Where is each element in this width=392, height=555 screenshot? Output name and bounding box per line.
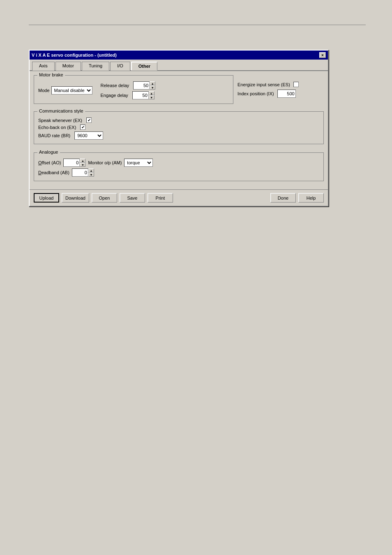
motor-brake-content: Mode Manual disable Release delay 50 <box>38 81 229 99</box>
baud-row: BAUD rate (BR) 9600 19200 38400 57600 11… <box>38 131 319 140</box>
engage-delay-down[interactable]: ▼ <box>149 95 154 99</box>
engage-delay-row: Engage delay 50 ▲ ▼ <box>101 91 156 99</box>
download-button[interactable]: Download <box>62 193 89 203</box>
release-delay-spin-buttons: ▲ ▼ <box>150 81 155 90</box>
release-delay-up[interactable]: ▲ <box>150 81 155 85</box>
comms-content: Speak whenever (EX) Echo-back on (EX) BA… <box>38 117 319 140</box>
engage-delay-input[interactable]: 50 <box>132 91 149 99</box>
motor-brake-title: Motor brake <box>37 72 65 77</box>
release-delay-input[interactable]: 50 <box>133 81 150 90</box>
right-options-panel: Energize input sense (ES) Index position… <box>238 75 324 108</box>
tab-motor[interactable]: Motor <box>55 62 81 71</box>
monitor-select[interactable]: torque velocity position <box>124 159 153 167</box>
main-window: V i X A E servo configuration - (untitle… <box>29 50 329 207</box>
release-delay-label: Release delay <box>101 83 129 88</box>
monitor-label: Monitor o/p (AM) <box>88 160 122 165</box>
offset-down[interactable]: ▼ <box>80 163 85 167</box>
index-label: Index position (IX) <box>238 91 274 96</box>
offset-spin-buttons: ▲ ▼ <box>80 159 85 167</box>
tab-bar: Axis Motor Tuning I/O Other <box>30 60 328 71</box>
engage-delay-spin-buttons: ▲ ▼ <box>149 91 154 99</box>
tab-io[interactable]: I/O <box>110 62 130 71</box>
offset-input[interactable] <box>63 159 80 167</box>
close-button[interactable]: × <box>319 52 326 58</box>
offset-label: Offset (AO) <box>38 160 61 165</box>
offset-row: Offset (AO) ▲ ▼ Monitor o/p (AM) torque … <box>38 159 319 167</box>
energize-label: Energize input sense (ES) <box>238 82 290 87</box>
energize-row: Energize input sense (ES) <box>238 82 324 87</box>
motor-brake-group: Motor brake Mode Manual disable Release … <box>34 75 233 104</box>
spacer <box>34 148 324 152</box>
speak-checkbox[interactable] <box>86 117 92 123</box>
energize-checkbox[interactable] <box>293 82 299 87</box>
deadband-spinner: ▲ ▼ <box>72 168 94 177</box>
tab-other[interactable]: Other <box>131 62 157 71</box>
baud-label: BAUD rate (BR) <box>38 133 70 138</box>
save-button[interactable]: Save <box>120 193 145 203</box>
release-delay-spinner: 50 ▲ ▼ <box>133 81 155 90</box>
content-area: Motor brake Mode Manual disable Release … <box>30 71 328 189</box>
mode-row: Mode Manual disable <box>38 86 92 94</box>
speak-label: Speak whenever (EX) <box>38 118 82 123</box>
top-section: Motor brake Mode Manual disable Release … <box>34 75 324 108</box>
mode-select[interactable]: Manual disable <box>51 86 92 94</box>
upload-button[interactable]: Upload <box>34 193 59 203</box>
index-row: Index position (IX) 500 <box>238 90 324 98</box>
comms-group: Communications style Speak whenever (EX)… <box>34 111 324 144</box>
offset-spinner: ▲ ▼ <box>63 159 85 167</box>
open-button[interactable]: Open <box>92 193 117 203</box>
release-delay-row: Release delay 50 ▲ ▼ <box>101 81 156 90</box>
print-button[interactable]: Print <box>148 193 173 203</box>
echo-row: Echo-back on (EX) <box>38 124 319 130</box>
title-bar: V i X A E servo configuration - (untitle… <box>30 51 328 60</box>
tab-axis[interactable]: Axis <box>32 62 55 71</box>
baud-select[interactable]: 9600 19200 38400 57600 115200 <box>74 131 103 140</box>
echo-checkbox[interactable] <box>80 124 85 130</box>
page-background: V i X A E servo configuration - (untitle… <box>0 0 392 555</box>
engage-delay-up[interactable]: ▲ <box>149 91 154 95</box>
index-input[interactable]: 500 <box>277 90 296 98</box>
offset-up[interactable]: ▲ <box>80 159 85 163</box>
analogue-title: Analogue <box>37 150 60 154</box>
deadband-spin-buttons: ▲ ▼ <box>88 168 94 177</box>
deadband-up[interactable]: ▲ <box>88 168 94 173</box>
button-bar: Upload Download Open Save Print Done Hel… <box>30 189 328 206</box>
deadband-down[interactable]: ▼ <box>88 173 94 177</box>
mode-label: Mode <box>38 88 50 93</box>
done-button[interactable]: Done <box>270 193 296 203</box>
help-button[interactable]: Help <box>298 193 324 203</box>
window-title: V i X A E servo configuration - (untitle… <box>32 53 117 58</box>
deadband-label: Deadband (AB) <box>38 170 69 175</box>
engage-delay-label: Engage delay <box>101 93 128 98</box>
speak-row: Speak whenever (EX) <box>38 117 319 123</box>
delay-section: Release delay 50 ▲ ▼ Eng <box>101 81 156 99</box>
analogue-content: Offset (AO) ▲ ▼ Monitor o/p (AM) torque … <box>38 159 319 177</box>
deadband-input[interactable] <box>72 168 88 177</box>
deadband-row: Deadband (AB) ▲ ▼ <box>38 168 319 177</box>
release-delay-down[interactable]: ▼ <box>150 85 155 90</box>
echo-label: Echo-back on (EX) <box>38 125 76 130</box>
tab-tuning[interactable]: Tuning <box>82 62 109 71</box>
comms-title: Communications style <box>37 108 85 113</box>
analogue-group: Analogue Offset (AO) ▲ ▼ Monitor o/p (AM… <box>34 152 324 181</box>
top-divider <box>29 25 366 25</box>
engage-delay-spinner: 50 ▲ ▼ <box>132 91 154 99</box>
